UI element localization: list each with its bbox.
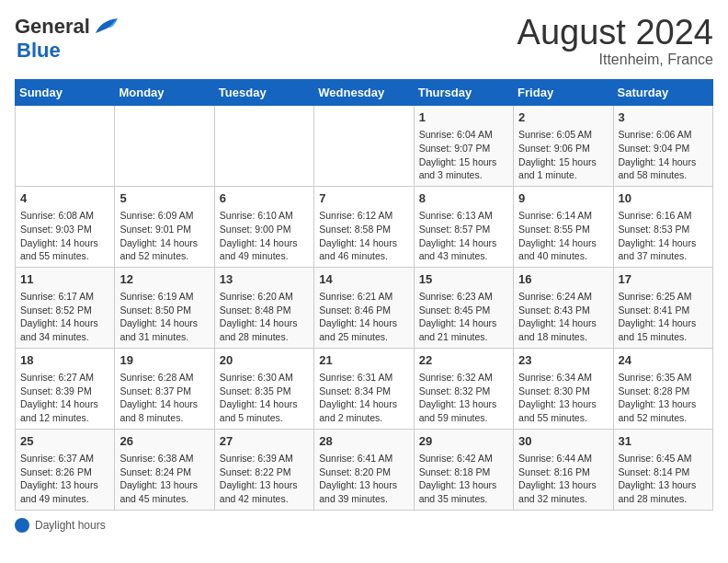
day-number: 9 [518, 190, 608, 207]
day-detail: Sunrise: 6:16 AMSunset: 8:53 PMDaylight:… [619, 209, 708, 263]
title-block: August 2024 Ittenheim, France [518, 15, 713, 68]
day-number: 29 [419, 433, 508, 450]
day-cell: 10Sunrise: 6:16 AMSunset: 8:53 PMDayligh… [613, 186, 712, 267]
day-number: 20 [220, 352, 309, 369]
week-row-1: 1Sunrise: 6:04 AMSunset: 9:07 PMDaylight… [16, 106, 713, 187]
day-cell: 30Sunrise: 6:44 AMSunset: 8:16 PMDayligh… [514, 429, 613, 510]
day-cell: 7Sunrise: 6:12 AMSunset: 8:58 PMDaylight… [314, 186, 414, 267]
day-header-sunday: Sunday [16, 80, 115, 106]
day-cell: 24Sunrise: 6:35 AMSunset: 8:28 PMDayligh… [613, 348, 712, 429]
day-detail: Sunrise: 6:31 AMSunset: 8:34 PMDaylight:… [319, 371, 408, 425]
day-cell: 13Sunrise: 6:20 AMSunset: 8:48 PMDayligh… [214, 267, 313, 348]
day-cell [115, 106, 214, 187]
day-number: 24 [619, 352, 708, 369]
day-number: 8 [419, 190, 508, 207]
day-cell: 5Sunrise: 6:09 AMSunset: 9:01 PMDaylight… [115, 186, 214, 267]
day-detail: Sunrise: 6:20 AMSunset: 8:48 PMDaylight:… [220, 290, 309, 344]
logo-bird-icon [92, 17, 118, 37]
day-number: 10 [619, 190, 708, 207]
day-number: 31 [619, 433, 708, 450]
day-number: 16 [518, 271, 608, 288]
day-number: 14 [319, 271, 408, 288]
day-cell: 4Sunrise: 6:08 AMSunset: 9:03 PMDaylight… [16, 186, 115, 267]
day-detail: Sunrise: 6:34 AMSunset: 8:30 PMDaylight:… [518, 371, 608, 425]
location-text: Ittenheim, France [518, 52, 713, 68]
day-detail: Sunrise: 6:05 AMSunset: 9:06 PMDaylight:… [518, 128, 608, 182]
day-detail: Sunrise: 6:04 AMSunset: 9:07 PMDaylight:… [419, 128, 508, 182]
week-row-4: 18Sunrise: 6:27 AMSunset: 8:39 PMDayligh… [16, 348, 713, 429]
day-cell: 27Sunrise: 6:39 AMSunset: 8:22 PMDayligh… [214, 429, 313, 510]
day-number: 26 [119, 433, 209, 450]
day-number: 30 [518, 433, 608, 450]
day-header-saturday: Saturday [613, 80, 712, 106]
day-cell: 29Sunrise: 6:42 AMSunset: 8:18 PMDayligh… [414, 429, 513, 510]
day-number: 25 [20, 433, 109, 450]
day-cell: 31Sunrise: 6:45 AMSunset: 8:14 PMDayligh… [613, 429, 712, 510]
day-detail: Sunrise: 6:42 AMSunset: 8:18 PMDaylight:… [419, 452, 508, 506]
day-header-monday: Monday [115, 80, 214, 106]
day-cell: 21Sunrise: 6:31 AMSunset: 8:34 PMDayligh… [314, 348, 414, 429]
day-cell [214, 106, 313, 187]
day-cell: 23Sunrise: 6:34 AMSunset: 8:30 PMDayligh… [514, 348, 613, 429]
day-cell [314, 106, 414, 187]
day-detail: Sunrise: 6:41 AMSunset: 8:20 PMDaylight:… [319, 452, 408, 506]
day-cell: 1Sunrise: 6:04 AMSunset: 9:07 PMDaylight… [414, 106, 513, 187]
day-number: 3 [619, 109, 708, 126]
legend-label: Daylight hours [35, 519, 106, 532]
day-header-friday: Friday [514, 80, 613, 106]
day-number: 22 [419, 352, 508, 369]
day-header-thursday: Thursday [414, 80, 513, 106]
day-cell: 6Sunrise: 6:10 AMSunset: 9:00 PMDaylight… [214, 186, 313, 267]
week-row-5: 25Sunrise: 6:37 AMSunset: 8:26 PMDayligh… [16, 429, 713, 510]
day-number: 2 [518, 109, 608, 126]
day-cell: 2Sunrise: 6:05 AMSunset: 9:06 PMDaylight… [514, 106, 613, 187]
day-cell: 20Sunrise: 6:30 AMSunset: 8:35 PMDayligh… [214, 348, 313, 429]
header-row: SundayMondayTuesdayWednesdayThursdayFrid… [16, 80, 713, 106]
calendar-table: SundayMondayTuesdayWednesdayThursdayFrid… [15, 79, 713, 511]
day-cell: 22Sunrise: 6:32 AMSunset: 8:32 PMDayligh… [414, 348, 513, 429]
day-cell: 16Sunrise: 6:24 AMSunset: 8:43 PMDayligh… [514, 267, 613, 348]
day-number: 23 [518, 352, 608, 369]
day-detail: Sunrise: 6:44 AMSunset: 8:16 PMDaylight:… [518, 452, 608, 506]
day-detail: Sunrise: 6:09 AMSunset: 9:01 PMDaylight:… [119, 209, 209, 263]
day-detail: Sunrise: 6:10 AMSunset: 9:00 PMDaylight:… [220, 209, 309, 263]
day-cell [16, 106, 115, 187]
week-row-3: 11Sunrise: 6:17 AMSunset: 8:52 PMDayligh… [16, 267, 713, 348]
logo-general-text: General [15, 15, 90, 38]
day-detail: Sunrise: 6:38 AMSunset: 8:24 PMDaylight:… [119, 452, 209, 506]
day-header-wednesday: Wednesday [314, 80, 414, 106]
day-detail: Sunrise: 6:45 AMSunset: 8:14 PMDaylight:… [619, 452, 708, 506]
legend: Daylight hours [15, 518, 713, 533]
day-detail: Sunrise: 6:19 AMSunset: 8:50 PMDaylight:… [119, 290, 209, 344]
day-detail: Sunrise: 6:39 AMSunset: 8:22 PMDaylight:… [220, 452, 309, 506]
day-cell: 19Sunrise: 6:28 AMSunset: 8:37 PMDayligh… [115, 348, 214, 429]
day-detail: Sunrise: 6:35 AMSunset: 8:28 PMDaylight:… [619, 371, 708, 425]
day-number: 4 [20, 190, 109, 207]
day-cell: 18Sunrise: 6:27 AMSunset: 8:39 PMDayligh… [16, 348, 115, 429]
day-number: 21 [319, 352, 408, 369]
day-number: 27 [220, 433, 309, 450]
day-detail: Sunrise: 6:13 AMSunset: 8:57 PMDaylight:… [419, 209, 508, 263]
day-detail: Sunrise: 6:24 AMSunset: 8:43 PMDaylight:… [518, 290, 608, 344]
day-number: 15 [419, 271, 508, 288]
day-cell: 28Sunrise: 6:41 AMSunset: 8:20 PMDayligh… [314, 429, 414, 510]
day-number: 5 [119, 190, 209, 207]
day-number: 7 [319, 190, 408, 207]
day-number: 12 [119, 271, 209, 288]
day-detail: Sunrise: 6:08 AMSunset: 9:03 PMDaylight:… [20, 209, 109, 263]
day-number: 6 [220, 190, 309, 207]
page-header: General Blue August 2024 Ittenheim, Fran… [15, 15, 713, 68]
day-cell: 3Sunrise: 6:06 AMSunset: 9:04 PMDaylight… [613, 106, 712, 187]
day-detail: Sunrise: 6:27 AMSunset: 8:39 PMDaylight:… [20, 371, 109, 425]
logo-blue-text: Blue [17, 39, 61, 62]
day-cell: 26Sunrise: 6:38 AMSunset: 8:24 PMDayligh… [115, 429, 214, 510]
day-number: 11 [20, 271, 109, 288]
logo: General Blue [15, 15, 118, 63]
month-title: August 2024 [518, 15, 713, 50]
day-header-tuesday: Tuesday [214, 80, 313, 106]
day-cell: 12Sunrise: 6:19 AMSunset: 8:50 PMDayligh… [115, 267, 214, 348]
day-detail: Sunrise: 6:17 AMSunset: 8:52 PMDaylight:… [20, 290, 109, 344]
day-number: 18 [20, 352, 109, 369]
legend-icon [15, 518, 29, 533]
day-cell: 9Sunrise: 6:14 AMSunset: 8:55 PMDaylight… [514, 186, 613, 267]
